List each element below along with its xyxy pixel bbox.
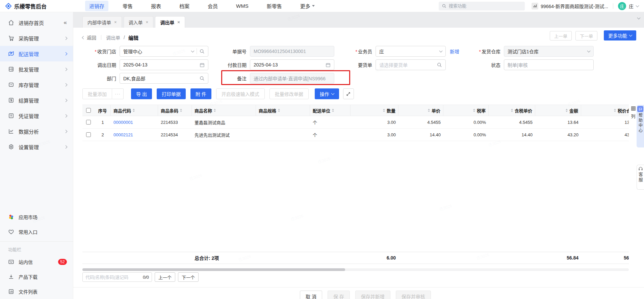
receiving-store-select[interactable]: 管理中心 <box>120 46 208 57</box>
tab-transfer-out[interactable]: 调出单× <box>155 16 185 28</box>
close-icon[interactable]: × <box>177 20 180 25</box>
global-search[interactable] <box>439 2 525 10</box>
product-code-link[interactable]: 00000001 <box>113 120 133 125</box>
search-icon[interactable] <box>200 49 205 54</box>
sort-icon[interactable] <box>278 108 280 113</box>
batch-edit-button[interactable]: 批量修改单据 <box>269 88 309 99</box>
sort-icon[interactable] <box>180 108 182 113</box>
product-code-link[interactable]: 00002121 <box>113 132 133 137</box>
menu-item-report[interactable]: 报表 <box>147 1 165 11</box>
col-tax-total[interactable]: 税价合计 <box>581 105 629 116</box>
speed-input-mode-button[interactable]: 开启极速输入模式 <box>216 88 265 99</box>
user-menu[interactable]: 庄 庄 <box>618 2 639 10</box>
close-icon[interactable]: × <box>146 20 149 25</box>
batch-add-more-button[interactable]: ··· <box>112 88 124 99</box>
export-button[interactable]: 导 出 <box>131 88 152 99</box>
col-qty[interactable]: 数量 <box>351 105 398 116</box>
cancel-button[interactable]: 取 消 <box>300 291 322 299</box>
sort-icon[interactable] <box>332 108 334 113</box>
sidebar-item-messages[interactable]: 站内信 52 <box>0 254 73 269</box>
search-icon[interactable] <box>200 76 205 81</box>
field-receiving-store: *收货门店 管理中心 <box>85 46 208 57</box>
col-product-name[interactable]: 商品名称 <box>192 105 256 116</box>
department-input[interactable]: DK,食品部 <box>120 73 208 84</box>
search-icon[interactable] <box>437 62 442 67</box>
operation-button[interactable]: 操作 <box>315 88 339 99</box>
scrollbar-thumb[interactable] <box>82 268 345 271</box>
customer-service-tab[interactable]: 客服 <box>637 165 644 190</box>
app-logo[interactable]: 乐檬零售后台 <box>5 2 73 10</box>
global-search-input[interactable] <box>449 3 521 8</box>
menu-item-member[interactable]: 会员 <box>204 1 222 11</box>
prev-row-button[interactable]: 上一个 <box>155 272 175 282</box>
column-settings-button[interactable]: 列 <box>629 106 637 119</box>
tab-list-chevron-icon[interactable] <box>637 16 641 20</box>
collapse-sidebar-icon[interactable]: « <box>64 19 67 26</box>
save-button[interactable]: 保 存 <box>328 291 350 299</box>
sort-icon[interactable] <box>383 108 385 113</box>
sidebar-item-voucher[interactable]: 凭证管理 <box>0 108 73 124</box>
col-barcode[interactable]: 商品条码 <box>158 105 192 116</box>
tab-transfer-in[interactable]: 调入单× <box>124 16 154 28</box>
next-doc-button[interactable]: 下一单 <box>575 31 597 40</box>
sort-icon[interactable] <box>511 108 513 113</box>
col-unit[interactable]: 配送单位 <box>310 105 351 116</box>
menu-item-wms[interactable]: WMS <box>232 1 253 10</box>
sort-icon[interactable] <box>566 108 568 113</box>
menu-item-retail[interactable]: 零售 <box>119 1 137 11</box>
row-search-input[interactable] <box>85 275 141 280</box>
col-price[interactable]: 单价 <box>398 105 443 116</box>
store-selector[interactable]: 99664-新界面商超版测试-测试... <box>532 3 608 9</box>
sort-icon[interactable] <box>428 108 430 113</box>
menu-item-more[interactable]: 更多 <box>296 1 319 11</box>
save-and-audit-button[interactable]: 保存并审核 <box>396 291 431 299</box>
attachment-button[interactable]: 附 件 <box>190 88 211 99</box>
next-row-button[interactable]: 下一个 <box>178 272 199 282</box>
help-center-tab[interactable]: 帮助中心 <box>637 105 644 147</box>
row-checkbox[interactable] <box>86 132 91 137</box>
request-doc-input[interactable]: 请选择要货单 <box>376 59 446 70</box>
sidebar-item-favorites[interactable]: 常用入口 <box>0 224 73 239</box>
col-tax-price[interactable]: 含税单价 <box>489 105 535 116</box>
salesman-select[interactable]: 庄 <box>376 46 446 57</box>
col-spec[interactable]: 商品规格 <box>256 105 310 116</box>
sidebar-item-delivery[interactable]: 配送管理 <box>0 46 73 61</box>
sort-icon[interactable] <box>473 108 475 113</box>
sidebar-item-analytics[interactable]: 数据分析 <box>0 124 73 139</box>
sidebar-item-settings[interactable]: 设置管理 <box>0 139 73 155</box>
prev-doc-button[interactable]: 上一单 <box>550 31 572 40</box>
sort-icon[interactable] <box>133 108 135 113</box>
pay-date-picker[interactable]: 2025-04-13 <box>250 59 334 70</box>
sort-icon[interactable] <box>614 108 616 113</box>
add-salesman-link[interactable]: 新增 <box>450 48 459 55</box>
sidebar-item-settlement[interactable]: 结算管理 <box>0 92 73 108</box>
chevron-right-icon <box>64 114 68 117</box>
col-product-code[interactable]: 商品代码 <box>111 105 158 116</box>
shipping-warehouse-select[interactable]: 测试门店1仓库 <box>504 46 594 57</box>
row-search-box[interactable]: 0/0 <box>82 272 152 282</box>
menu-item-archive[interactable]: 档案 <box>175 1 194 11</box>
select-all-checkbox[interactable] <box>86 108 91 113</box>
close-icon[interactable]: × <box>114 20 117 25</box>
row-checkbox[interactable] <box>86 120 91 125</box>
sidebar-item-home[interactable]: 进销存首页 « <box>0 15 73 30</box>
save-and-new-button[interactable]: 保存并新增 <box>355 291 390 299</box>
col-amount[interactable]: 金额 <box>535 105 581 116</box>
sidebar-item-downloads[interactable]: 产品下载 <box>0 269 73 284</box>
sort-icon[interactable] <box>214 108 216 113</box>
menu-item-new-retail[interactable]: 新零售 <box>263 1 286 11</box>
batch-add-button[interactable]: 批量添加 <box>82 88 112 99</box>
menu-item-invoicing[interactable]: 进销存 <box>85 1 108 11</box>
sidebar-item-file-list[interactable]: 文件列表 <box>0 284 73 299</box>
tab-internal-request[interactable]: 内部申请单× <box>82 16 122 28</box>
print-button[interactable]: 打印单据 <box>157 88 186 99</box>
out-date-picker[interactable]: 2025-04-13 <box>120 59 208 70</box>
sidebar-item-purchase[interactable]: 采购管理 <box>0 30 73 46</box>
sidebar-item-app-market[interactable]: 应用市场 <box>0 210 73 224</box>
expand-grid-button[interactable] <box>343 88 354 99</box>
sidebar-item-wholesale[interactable]: 批发管理 <box>0 61 73 77</box>
col-tax-rate[interactable]: 税率 <box>443 105 489 116</box>
back-button[interactable]: 返回 <box>82 34 96 41</box>
more-functions-button[interactable]: 更多功能 <box>604 30 636 40</box>
sidebar-item-inventory[interactable]: 库存管理 <box>0 77 73 92</box>
